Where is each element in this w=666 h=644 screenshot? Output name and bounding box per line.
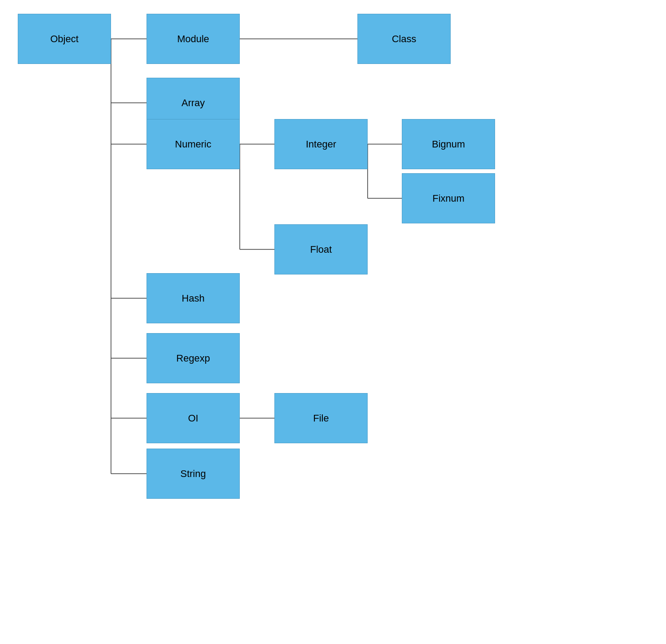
node-class[interactable]: Class (357, 14, 451, 64)
node-integer[interactable]: Integer (274, 119, 368, 169)
connectors-svg (0, 0, 666, 644)
node-module[interactable]: Module (147, 14, 240, 64)
node-float[interactable]: Float (274, 224, 368, 274)
node-bignum[interactable]: Bignum (402, 119, 495, 169)
node-string[interactable]: String (147, 449, 240, 499)
node-object[interactable]: Object (18, 14, 111, 64)
node-fixnum[interactable]: Fixnum (402, 173, 495, 223)
node-regexp[interactable]: Regexp (147, 333, 240, 383)
node-numeric[interactable]: Numeric (147, 119, 240, 169)
node-file[interactable]: File (274, 393, 368, 443)
node-oi[interactable]: OI (147, 393, 240, 443)
diagram-container: ObjectModuleClassArrayNumericIntegerBign… (0, 0, 666, 644)
node-hash[interactable]: Hash (147, 273, 240, 323)
